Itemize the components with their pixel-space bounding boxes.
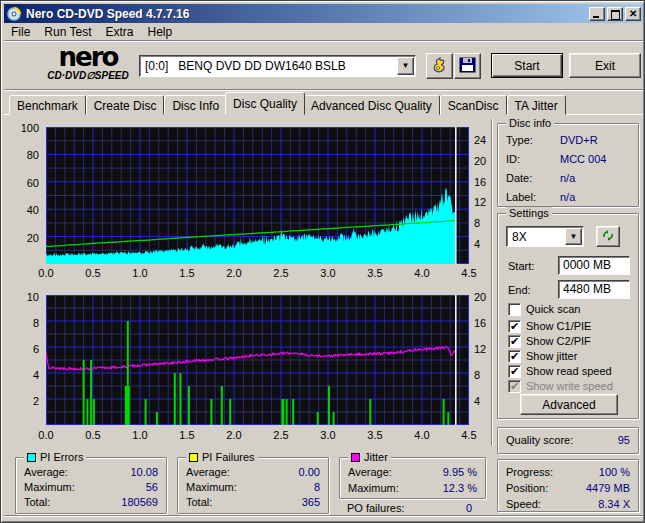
advanced-button[interactable]: Advanced: [520, 394, 618, 415]
chevron-down-icon[interactable]: ▼: [397, 57, 414, 75]
speed-value: 8.34 X: [598, 498, 630, 510]
position-value: 4479 MB: [586, 482, 630, 494]
pi-errors-stats-title: PI Errors: [40, 451, 83, 463]
disc-label-value: n/a: [560, 191, 575, 203]
nero-logo: nero CD·DVD∅SPEED: [32, 44, 144, 81]
quality-score-panel: Quality score: 95: [497, 427, 639, 454]
titlebar[interactable]: Nero CD-DVD Speed 4.7.7.16: [4, 4, 643, 23]
tab-disc-info[interactable]: Disc Info: [164, 95, 227, 115]
vertical-separator: [491, 119, 493, 446]
progress-value: 100 %: [599, 466, 630, 478]
pi-errors-stats-panel: PI Errors Average: 10.08 Maximum: 56 Tot…: [15, 457, 167, 514]
settings-title: Settings: [509, 207, 549, 219]
save-button[interactable]: [454, 53, 481, 79]
start-field-label: Start:: [508, 260, 534, 272]
jitter-stats-title: Jitter: [364, 451, 388, 463]
maximize-button[interactable]: [607, 7, 623, 21]
pi-errors-maximum-value: 56: [146, 481, 158, 493]
disc-id-label: ID:: [506, 153, 520, 165]
progress-panel: Progress: 100 % Position: 4479 MB Speed:…: [497, 459, 639, 512]
checkbox-show-read-speed[interactable]: Show read speed: [508, 364, 612, 378]
refresh-icon: [601, 231, 615, 245]
checkbox-show-c2-pif[interactable]: Show C2/PIF: [508, 334, 591, 348]
pi-errors-plot: [46, 127, 469, 264]
close-button[interactable]: [625, 7, 641, 21]
exit-button[interactable]: Exit: [569, 53, 641, 78]
tab-create-disc[interactable]: Create Disc: [86, 95, 165, 115]
disc-id-value: MCC 004: [560, 153, 606, 165]
pi-failures-total-value: 365: [302, 496, 320, 508]
jitter-stats-panel: Jitter Average: 9.95 % Maximum: 12.3 %: [339, 457, 486, 499]
po-failures-label: PO failures:: [347, 502, 404, 514]
pi-errors-average-label: Average:: [24, 466, 68, 478]
settings-panel: Settings 8X ▼ Start: 0000 MB End: 4480 M…: [497, 213, 639, 419]
checkbox-label: Show C2/PIF: [526, 335, 591, 347]
start-button[interactable]: Start: [491, 53, 563, 78]
disc-date-label: Date:: [506, 172, 532, 184]
tab-benchmark[interactable]: Benchmark: [9, 95, 86, 115]
tab-bar: Benchmark Create Disc Disc Info Disc Qua…: [9, 92, 566, 115]
jitter-plot: [46, 295, 469, 425]
tab-disc-quality[interactable]: Disc Quality: [225, 92, 305, 115]
statusbar: [4, 515, 643, 522]
jitter-average-label: Average:: [348, 466, 392, 478]
end-field-label: End:: [508, 284, 531, 296]
refresh-button[interactable]: [596, 226, 620, 247]
pi-errors-maximum-label: Maximum:: [24, 481, 75, 493]
checkbox-label: Show C1/PIE: [526, 320, 591, 332]
pi-errors-total-value: 180569: [121, 496, 158, 508]
speed-select[interactable]: 8X ▼: [506, 226, 584, 247]
start-field[interactable]: 0000 MB: [558, 256, 630, 275]
read-speed-right-axis: 4812162024: [471, 127, 489, 264]
quality-score-value: 95: [618, 434, 630, 446]
checkbox-icon: [508, 350, 521, 363]
window-title: Nero CD-DVD Speed 4.7.7.16: [26, 7, 587, 21]
pi-errors-legend-swatch: [27, 453, 36, 462]
disc-type-value: DVD+R: [560, 134, 598, 146]
checkbox-label: Show write speed: [526, 380, 613, 392]
pi-failures-legend-swatch: [189, 453, 198, 462]
jitter-legend-swatch: [351, 453, 360, 462]
jitter-maximum-label: Maximum:: [348, 482, 399, 494]
speed-label: Speed:: [506, 498, 541, 510]
pi-failures-average-label: Average:: [186, 466, 230, 478]
menu-help[interactable]: Help: [141, 24, 180, 40]
tab-ta-jitter[interactable]: TA Jitter: [507, 95, 566, 115]
checkbox-label: Quick scan: [526, 303, 580, 315]
menu-extra[interactable]: Extra: [98, 24, 140, 40]
minimize-button[interactable]: [589, 7, 605, 21]
quality-score-label: Quality score:: [506, 434, 573, 446]
jitter-chart: 246810 48121620 0.00.51.01.52.02.53.03.5…: [11, 287, 489, 445]
checkbox-icon: [508, 320, 521, 333]
floppy-save-icon: [458, 62, 477, 77]
checkbox-icon: [508, 380, 521, 393]
tab-scandisc[interactable]: ScanDisc: [440, 95, 507, 115]
end-field[interactable]: 4480 MB: [558, 280, 630, 299]
jitter-x-axis: 0.00.51.01.52.02.53.03.54.04.5: [46, 429, 469, 442]
app-icon: [6, 6, 22, 22]
menu-run-test[interactable]: Run Test: [37, 24, 98, 40]
checkbox-quick-scan[interactable]: Quick scan: [508, 302, 580, 316]
app-window: Nero CD-DVD Speed 4.7.7.16 File Run Test…: [0, 0, 645, 523]
pi-errors-total-label: Total:: [24, 496, 50, 508]
pi-failures-maximum-value: 8: [314, 481, 320, 493]
pi-errors-x-axis: 0.00.51.01.52.02.53.03.54.04.5: [46, 267, 469, 280]
checkbox-label: Show read speed: [526, 365, 612, 377]
tab-advanced-disc-quality[interactable]: Advanced Disc Quality: [303, 95, 440, 115]
eject-button[interactable]: [426, 53, 453, 79]
pi-failures-total-label: Total:: [186, 496, 212, 508]
menu-file[interactable]: File: [4, 24, 37, 40]
progress-label: Progress:: [506, 466, 553, 478]
checkbox-show-jitter[interactable]: Show jitter: [508, 349, 577, 363]
checkbox-show-c1-pie[interactable]: Show C1/PIE: [508, 319, 591, 333]
nero-logo-text: nero: [32, 44, 144, 70]
disc-date-value: n/a: [560, 172, 575, 184]
checkbox-show-write-speed: Show write speed: [508, 379, 613, 393]
drive-select[interactable]: [0:0] BENQ DVD DD DW1640 BSLB ▼: [139, 55, 416, 77]
jitter-right-axis: 48121620: [471, 296, 489, 426]
toolbar: nero CD·DVD∅SPEED [0:0] BENQ DVD DD DW16…: [4, 42, 643, 90]
checkbox-icon: [508, 335, 521, 348]
chevron-down-icon[interactable]: ▼: [565, 228, 582, 245]
position-label: Position:: [506, 482, 548, 494]
pi-failures-stats-title: PI Failures: [202, 451, 255, 463]
